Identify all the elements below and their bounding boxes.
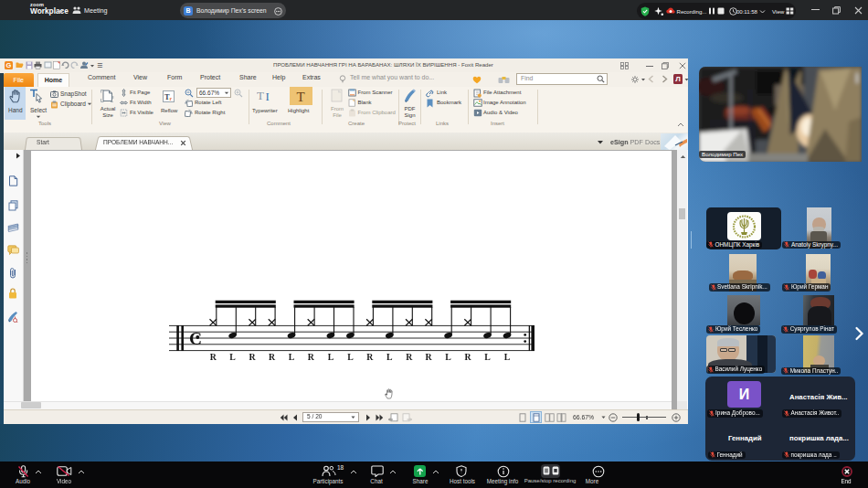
svg-text:L: L <box>327 352 333 362</box>
svg-text:r: r <box>170 95 173 101</box>
svg-text:C: C <box>189 329 202 348</box>
svg-text:R: R <box>249 352 256 362</box>
svg-text:L: L <box>229 352 236 362</box>
svg-text:T: T <box>257 89 264 101</box>
svg-text:R: R <box>268 352 275 362</box>
svg-text:R: R <box>406 352 413 362</box>
svg-text:R: R <box>425 352 432 362</box>
svg-text:R: R <box>307 352 314 362</box>
svg-text:L: L <box>288 352 294 362</box>
svg-text:T: T <box>297 89 305 103</box>
svg-text:I: I <box>266 90 270 102</box>
svg-text:L: L <box>347 352 354 362</box>
svg-text:R: R <box>209 352 217 362</box>
svg-text:L: L <box>503 352 510 362</box>
svg-text:R: R <box>464 352 471 362</box>
svg-text:L: L <box>386 352 393 362</box>
svg-text:L: L <box>484 352 491 362</box>
svg-text:L: L <box>445 352 451 362</box>
svg-text:R: R <box>366 352 374 362</box>
